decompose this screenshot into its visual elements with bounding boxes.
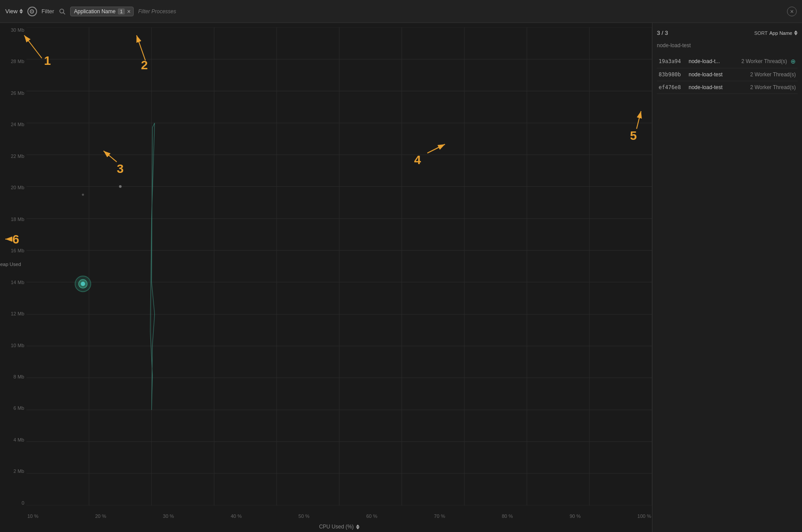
y-tick-11: 8 Mb — [2, 374, 24, 379]
chart-inner: 30 Mb 28 Mb 26 Mb 24 Mb 22 Mb 20 Mb 18 M… — [26, 27, 652, 506]
sidebar-count: 3 / 3 — [657, 30, 668, 36]
chart-area: Heap Used 30 Mb 28 Mb 26 Mb 24 Mb 22 Mb … — [0, 23, 652, 532]
filter-tag[interactable]: Application Name 1 × — [70, 7, 134, 16]
process-id-0: 19a3a94 — [659, 58, 685, 64]
x-tick-30: 30 % — [163, 513, 174, 519]
y-tick-4: 22 Mb — [2, 154, 24, 159]
svg-line-1 — [63, 12, 65, 14]
sidebar-group-label: node-load-test — [657, 42, 798, 50]
target-icon-0[interactable]: ⊕ — [791, 58, 796, 65]
y-tick-12: 6 Mb — [2, 405, 24, 411]
x-axis-label: CPU Used (%) — [319, 524, 354, 530]
process-threads-2: 2 Worker Thread(s) — [750, 84, 796, 90]
toolbar: View Filter Application Name 1 × × — [0, 0, 802, 23]
y-tick-7: 16 Mb — [2, 248, 24, 253]
close-button[interactable]: × — [787, 7, 797, 16]
y-tick-13: 4 Mb — [2, 437, 24, 442]
y-tick-9: 12 Mb — [2, 311, 24, 316]
svg-point-29 — [82, 194, 84, 196]
close-icon: × — [790, 8, 794, 15]
sidebar-header: 3 / 3 SORT App Name — [657, 30, 798, 36]
process-row[interactable]: 19a3a94 node-load-t... 2 Worker Thread(s… — [657, 55, 798, 68]
process-id-2: ef476e8 — [659, 84, 685, 90]
view-chevron — [19, 8, 23, 14]
view-label: View — [5, 8, 18, 15]
y-tick-6: 18 Mb — [2, 217, 24, 222]
y-tick-8: 14 Mb — [2, 280, 24, 285]
sidebar-sort[interactable]: SORT App Name — [754, 30, 798, 36]
y-tick-1: 28 Mb — [2, 59, 24, 64]
x-axis-sort-icon[interactable] — [356, 524, 360, 530]
x-tick-60: 60 % — [366, 513, 377, 519]
x-tick-20: 20 % — [95, 513, 106, 519]
x-tick-90: 90 % — [570, 513, 581, 519]
sort-value: App Name — [769, 30, 792, 36]
process-threads-0: 2 Worker Thread(s) — [741, 58, 787, 64]
filter-label: Filter — [41, 8, 54, 15]
process-threads-1: 2 Worker Thread(s) — [750, 71, 796, 78]
y-tick-2: 26 Mb — [2, 90, 24, 96]
x-tick-80: 80 % — [502, 513, 513, 519]
main-area: Heap Used 30 Mb 28 Mb 26 Mb 24 Mb 22 Mb … — [0, 23, 802, 532]
process-row-2[interactable]: ef476e8 node-load-test 2 Worker Thread(s… — [657, 81, 798, 94]
x-tick-10: 10 % — [27, 513, 38, 519]
y-ticks: 30 Mb 28 Mb 26 Mb 24 Mb 22 Mb 20 Mb 18 M… — [2, 27, 24, 506]
filter-processes-input[interactable] — [138, 8, 226, 15]
svg-point-28 — [119, 185, 122, 188]
sort-label: SORT — [754, 30, 768, 36]
x-tick-40: 40 % — [231, 513, 242, 519]
filter-tag-badge: 1 — [118, 8, 125, 15]
sort-chevron — [794, 30, 798, 36]
sidebar: 3 / 3 SORT App Name node-load-test 19a3a… — [652, 23, 802, 532]
y-tick-15: 0 — [2, 500, 24, 506]
process-row-1[interactable]: 83b980b node-load-test 2 Worker Thread(s… — [657, 68, 798, 81]
y-tick-5: 20 Mb — [2, 185, 24, 190]
y-tick-3: 24 Mb — [2, 122, 24, 127]
x-axis-label-wrap: CPU Used (%) — [26, 524, 652, 530]
process-name-0: node-load-t... — [689, 58, 738, 64]
process-name-2: node-load-test — [689, 84, 746, 90]
filter-tag-close-icon[interactable]: × — [127, 8, 131, 15]
x-tick-70: 70 % — [434, 513, 445, 519]
svg-point-32 — [81, 281, 85, 286]
search-icon — [59, 8, 66, 15]
x-tick-50: 50 % — [299, 513, 310, 519]
process-name-1: node-load-test — [689, 71, 746, 78]
process-id-1: 83b980b — [659, 71, 685, 78]
y-tick-14: 2 Mb — [2, 468, 24, 474]
y-tick-10: 10 Mb — [2, 343, 24, 348]
view-button[interactable]: View — [5, 8, 23, 15]
x-ticks: 10 % 20 % 30 % 40 % 50 % 60 % 70 % 80 % … — [26, 513, 652, 519]
gear-icon[interactable] — [27, 7, 37, 16]
x-tick-100: 100 % — [637, 513, 651, 519]
filter-tag-text: Application Name — [74, 8, 116, 15]
y-tick-0: 30 Mb — [2, 27, 24, 33]
chart-svg — [26, 27, 652, 506]
